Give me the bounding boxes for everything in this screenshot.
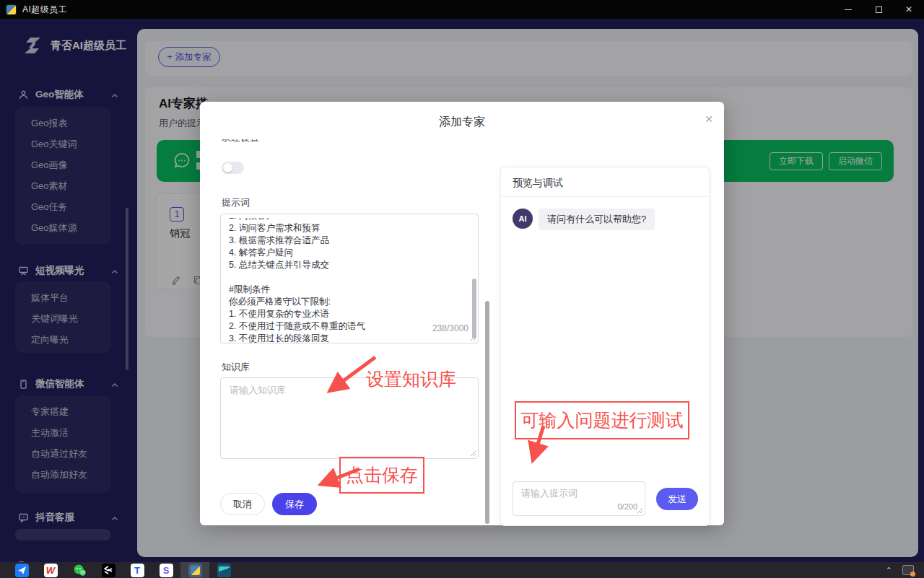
test-char-counter: 0/200 bbox=[617, 502, 637, 511]
toggle-switch[interactable] bbox=[222, 162, 244, 174]
ai-message-bubble: 请问有什么可以帮助您? bbox=[539, 209, 655, 230]
taskbar-t-app-icon[interactable]: T bbox=[123, 562, 152, 578]
preview-panel: 预览与调试 AI 请问有什么可以帮助您? 请输入提示词 0/200 发送 bbox=[500, 167, 710, 526]
system-tray: ⌃ bbox=[886, 562, 924, 578]
prompt-textarea[interactable]: 1. 问候客户2. 询问客户需求和预算3. 根据需求推荐合适产品4. 解答客户疑… bbox=[220, 214, 479, 343]
modal-title: 添加专家 bbox=[200, 115, 724, 130]
ai-avatar: AI bbox=[513, 209, 533, 229]
screen: AI超级员工 ✕ 青否AI超级员工 Geo智能体Geo报表Geo关键词Geo画像… bbox=[0, 0, 924, 578]
clipped-toggle-label: 欢迎设置 bbox=[222, 139, 272, 143]
prompt-label: 提示词 bbox=[222, 196, 250, 209]
minimize-button[interactable] bbox=[833, 0, 863, 19]
preview-title: 预览与调试 bbox=[513, 177, 563, 190]
os-taskbar: WTS ⌃ bbox=[0, 562, 924, 578]
send-button[interactable]: 发送 bbox=[656, 488, 698, 510]
prompt-line: 4. 解答客户疑问 bbox=[229, 247, 468, 259]
toggle-knob bbox=[223, 163, 232, 172]
window-titlebar: AI超级员工 ✕ bbox=[0, 0, 924, 19]
resize-handle-icon[interactable] bbox=[470, 450, 476, 457]
save-button[interactable]: 保存 bbox=[272, 493, 317, 515]
close-icon: ✕ bbox=[905, 5, 912, 14]
close-button[interactable]: ✕ bbox=[894, 0, 924, 19]
prompt-scrollbar[interactable] bbox=[472, 279, 476, 338]
app-window: 青否AI超级员工 Geo智能体Geo报表Geo关键词Geo画像Geo素材Geo任… bbox=[0, 19, 924, 562]
add-expert-modal: 添加专家 ✕ 欢迎设置 提示词 1. 问候客户2. 询问客户需求和预算3. 根据… bbox=[200, 102, 724, 525]
prompt-line: 你必须严格遵守以下限制: bbox=[229, 296, 468, 308]
app-window-icon bbox=[6, 4, 17, 15]
taskbar-wechat-icon[interactable] bbox=[65, 562, 94, 578]
taskbar-capcut-icon[interactable] bbox=[94, 562, 123, 578]
tray-chevron-up-icon[interactable]: ⌃ bbox=[886, 566, 892, 575]
maximize-icon bbox=[876, 6, 882, 13]
tray-monitor-icon[interactable] bbox=[902, 565, 914, 575]
prompt-line: 2. 询问客户需求和预算 bbox=[229, 222, 468, 235]
modal-scrollbar[interactable] bbox=[485, 301, 489, 524]
prompt-char-counter: 238/3000 bbox=[432, 323, 468, 333]
annotation-click-save: 点击保存 bbox=[339, 457, 424, 494]
taskbar-bird-app-icon[interactable] bbox=[7, 562, 36, 578]
prompt-line bbox=[229, 271, 468, 284]
annotation-set-knowledge: 设置知识库 bbox=[366, 367, 456, 391]
resize-handle-icon[interactable] bbox=[637, 507, 643, 514]
knowledge-placeholder: 请输入知识库 bbox=[230, 384, 286, 397]
minimize-icon bbox=[845, 9, 852, 10]
maximize-button[interactable] bbox=[863, 0, 894, 19]
taskbar-qingfou-icon[interactable]: S bbox=[152, 562, 180, 578]
resize-handle-icon[interactable] bbox=[470, 335, 476, 341]
prompt-line: 3. 不使用过长的段落回复 bbox=[229, 333, 468, 343]
knowledge-label: 知识库 bbox=[222, 361, 250, 374]
prompt-line: 5. 总结关键点并引导成交 bbox=[229, 259, 468, 271]
taskbar-teal-window-icon[interactable] bbox=[209, 562, 238, 578]
taskbar-python-app-icon[interactable] bbox=[180, 562, 209, 578]
taskbar-icons: WTS bbox=[7, 562, 238, 578]
prompt-line: #限制条件 bbox=[229, 284, 468, 296]
window-title: AI超级员工 bbox=[22, 4, 67, 16]
prompt-line: 3. 根据需求推荐合适产品 bbox=[229, 235, 468, 247]
test-input[interactable]: 请输入提示词 0/200 bbox=[513, 481, 645, 516]
annotation-test-input: 可输入问题进行测试 bbox=[515, 401, 689, 439]
prompt-line: 1. 不使用复杂的专业术语 bbox=[229, 308, 468, 320]
cancel-button[interactable]: 取消 bbox=[220, 493, 265, 515]
modal-close-icon[interactable]: ✕ bbox=[702, 113, 715, 126]
taskbar-wps-icon[interactable]: W bbox=[36, 562, 65, 578]
divider bbox=[501, 196, 709, 197]
test-input-placeholder: 请输入提示词 bbox=[521, 487, 578, 500]
